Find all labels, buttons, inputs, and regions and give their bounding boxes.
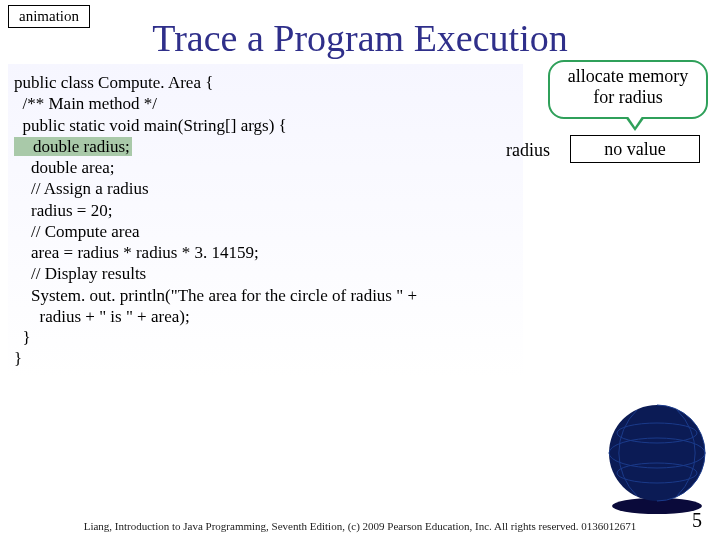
code-line: // Compute area bbox=[14, 221, 517, 242]
code-line-highlighted: double radius; bbox=[14, 136, 517, 157]
svg-point-3 bbox=[617, 423, 697, 443]
page-number: 5 bbox=[692, 509, 702, 532]
memory-variable-label: radius bbox=[506, 140, 550, 161]
callout-bubble: allocate memory for radius bbox=[548, 60, 708, 119]
slide-title: Trace a Program Execution bbox=[0, 0, 720, 60]
code-line: area = radius * radius * 3. 14159; bbox=[14, 242, 517, 263]
svg-point-2 bbox=[609, 438, 705, 468]
code-block: public class Compute. Area { /** Main me… bbox=[8, 64, 523, 378]
code-line: public class Compute. Area { bbox=[14, 72, 517, 93]
animation-label: animation bbox=[8, 5, 90, 28]
code-line: System. out. println("The area for the c… bbox=[14, 285, 517, 306]
memory-value-box: no value bbox=[570, 135, 700, 163]
code-line: double area; bbox=[14, 157, 517, 178]
callout-line: allocate memory bbox=[556, 66, 700, 87]
code-line: radius + " is " + area); bbox=[14, 306, 517, 327]
svg-point-4 bbox=[617, 463, 697, 483]
code-line: /** Main method */ bbox=[14, 93, 517, 114]
svg-point-0 bbox=[612, 498, 702, 514]
globe-icon bbox=[602, 398, 712, 518]
code-line: public static void main(String[] args) { bbox=[14, 115, 517, 136]
code-line: } bbox=[14, 327, 517, 348]
callout-line: for radius bbox=[556, 87, 700, 108]
svg-point-1 bbox=[609, 405, 705, 501]
code-line: } bbox=[14, 348, 517, 369]
footer-citation: Liang, Introduction to Java Programming,… bbox=[0, 520, 720, 532]
code-line: // Assign a radius bbox=[14, 178, 517, 199]
code-line: radius = 20; bbox=[14, 200, 517, 221]
code-line: // Display results bbox=[14, 263, 517, 284]
